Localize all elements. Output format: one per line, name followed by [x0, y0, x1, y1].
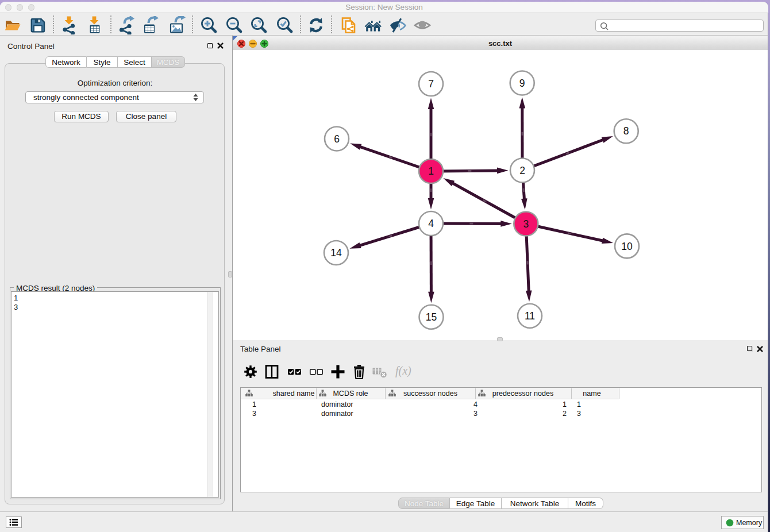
- svg-text:1: 1: [428, 165, 434, 177]
- svg-text:4: 4: [428, 218, 434, 229]
- svg-text:11: 11: [525, 310, 535, 322]
- svg-text:14: 14: [330, 247, 342, 259]
- svg-text:3: 3: [523, 218, 529, 230]
- svg-text:8: 8: [623, 125, 629, 137]
- svg-text:6: 6: [334, 133, 340, 145]
- svg-text:2: 2: [519, 165, 525, 176]
- svg-text:7: 7: [428, 78, 434, 90]
- svg-text:10: 10: [621, 241, 633, 252]
- svg-text:15: 15: [426, 311, 437, 323]
- svg-text:9: 9: [519, 78, 525, 89]
